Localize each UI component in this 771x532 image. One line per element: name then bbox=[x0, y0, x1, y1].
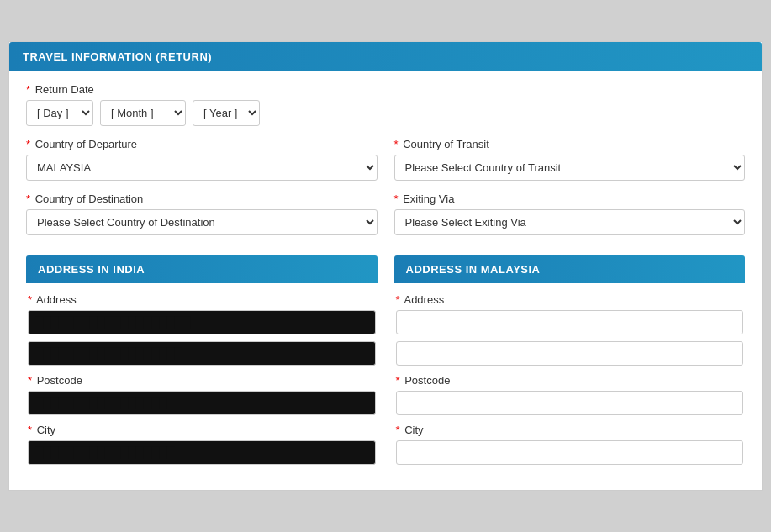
destination-label: * Country of Destination bbox=[26, 192, 378, 205]
malaysia-postcode-label: * Postcode bbox=[396, 374, 744, 387]
address-india-section: ADDRESS IN INDIA * Address * Postcode bbox=[26, 255, 378, 473]
india-postcode-label: * Postcode bbox=[28, 374, 376, 387]
exiting-via-select[interactable]: Please Select Exiting Via bbox=[394, 209, 746, 235]
day-select[interactable]: [ Day ] bbox=[26, 100, 93, 126]
india-postcode-group: * Postcode bbox=[28, 374, 376, 415]
india-address-label: * Address bbox=[28, 293, 376, 306]
transit-col: * Country of Transit Please Select Count… bbox=[394, 138, 746, 181]
malaysia-postcode-group: * Postcode bbox=[396, 374, 744, 415]
malaysia-address-line1[interactable] bbox=[396, 310, 744, 334]
address-sections: ADDRESS IN INDIA * Address * Postcode bbox=[9, 255, 762, 473]
malaysia-address-group: * Address bbox=[396, 293, 744, 366]
country-transit-select[interactable]: Please Select Country of Transit bbox=[394, 155, 746, 181]
exiting-label: * Exiting Via bbox=[394, 192, 746, 205]
malaysia-postcode-input[interactable] bbox=[396, 391, 744, 415]
top-section: * Return Date [ Day ] [ Month ] January … bbox=[9, 83, 762, 255]
return-date-section: * Return Date [ Day ] [ Month ] January … bbox=[26, 83, 745, 126]
malaysia-city-label: * City bbox=[396, 424, 744, 436]
address-india-body: * Address * Postcode * City bbox=[26, 293, 378, 465]
malaysia-address-label: * Address bbox=[396, 293, 744, 306]
address-malaysia-section: ADDRESS IN MALAYSIA * Address * Postcode bbox=[394, 255, 746, 473]
month-select[interactable]: [ Month ] January February March April M… bbox=[100, 100, 186, 126]
return-date-label: * Return Date bbox=[26, 83, 745, 96]
departure-label: * Country of Departure bbox=[26, 138, 378, 150]
date-row: [ Day ] [ Month ] January February March… bbox=[26, 100, 745, 126]
form-container: TRAVEL INFORMATION (RETURN) * Return Dat… bbox=[8, 41, 763, 491]
india-address-group: * Address bbox=[28, 293, 376, 366]
malaysia-city-group: * City bbox=[396, 424, 744, 465]
india-city-group: * City bbox=[28, 424, 376, 465]
india-city-label: * City bbox=[28, 424, 376, 436]
transit-label: * Country of Transit bbox=[394, 138, 746, 150]
address-malaysia-header: ADDRESS IN MALAYSIA bbox=[394, 255, 746, 283]
india-city-input[interactable] bbox=[28, 440, 376, 465]
malaysia-city-input[interactable] bbox=[396, 440, 744, 465]
address-india-header: ADDRESS IN INDIA bbox=[26, 255, 378, 283]
destination-exiting-row: * Country of Destination Please Select C… bbox=[26, 192, 745, 235]
travel-info-header: TRAVEL INFORMATION (RETURN) bbox=[9, 42, 762, 71]
india-postcode-input[interactable] bbox=[28, 391, 376, 415]
required-star: * bbox=[26, 83, 30, 96]
departure-transit-row: * Country of Departure MALAYSIA * Countr… bbox=[26, 138, 745, 181]
destination-col: * Country of Destination Please Select C… bbox=[26, 192, 378, 235]
country-destination-select[interactable]: Please Select Country of Destination bbox=[26, 209, 378, 235]
header-title: TRAVEL INFORMATION (RETURN) bbox=[23, 50, 212, 63]
year-select[interactable]: [ Year ] 2023 2024 2025 bbox=[193, 100, 260, 126]
malaysia-address-line2[interactable] bbox=[396, 341, 744, 366]
address-malaysia-body: * Address * Postcode * City bbox=[394, 293, 746, 465]
india-address-line1[interactable] bbox=[28, 310, 376, 334]
exiting-col: * Exiting Via Please Select Exiting Via bbox=[394, 192, 746, 235]
country-departure-select[interactable]: MALAYSIA bbox=[26, 155, 378, 181]
departure-col: * Country of Departure MALAYSIA bbox=[26, 138, 378, 181]
india-address-line2[interactable] bbox=[28, 341, 376, 366]
